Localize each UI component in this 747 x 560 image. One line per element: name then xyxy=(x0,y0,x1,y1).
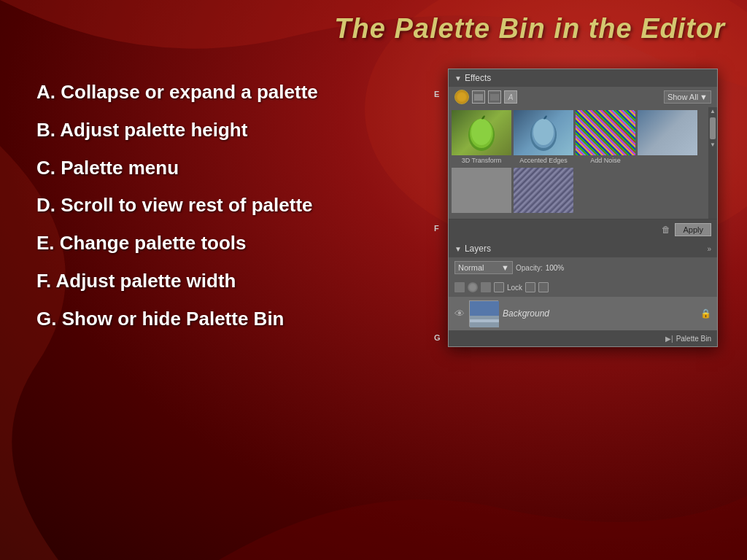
layer-lock-icon-1[interactable] xyxy=(525,282,535,292)
svg-point-6 xyxy=(533,119,554,145)
list-item-b-text: B. Adjust palette height xyxy=(36,119,247,141)
layer-tool-4[interactable] xyxy=(494,282,504,292)
effects-label: Effects xyxy=(465,73,491,83)
svg-rect-7 xyxy=(580,113,631,153)
effects-tool-icon-4[interactable]: A xyxy=(504,90,517,104)
apply-bar: 🗑 Apply xyxy=(449,219,717,240)
list-item-a: A. Collapse or expand a palette xyxy=(36,80,430,105)
content-area: A. Collapse or expand a palette B. Adjus… xyxy=(36,80,725,531)
blend-mode-value: Normal xyxy=(458,263,484,272)
effect-thumb-r1 xyxy=(638,110,697,155)
side-label-e: E xyxy=(434,90,439,98)
effects-scrollbar[interactable]: ▲ ▼ xyxy=(708,107,717,219)
effect-thumb-r2 xyxy=(452,168,511,213)
bottom-bar: ▶| Palette Bin xyxy=(449,330,717,346)
effects-collapse-arrow[interactable]: ▼ xyxy=(454,74,462,82)
effects-header: ▼ Effects xyxy=(449,69,717,87)
dropdown-arrow: ▼ xyxy=(700,93,708,101)
show-all-label: Show All xyxy=(667,93,698,101)
effect-item-r1[interactable] xyxy=(638,110,697,166)
svg-rect-8 xyxy=(580,113,631,153)
svg-point-3 xyxy=(471,119,492,145)
effect-item-accented[interactable]: Accented Edges xyxy=(514,110,573,166)
layer-tool-2[interactable] xyxy=(468,282,478,292)
scroll-up-arrow[interactable]: ▲ xyxy=(710,109,716,114)
eye-icon[interactable]: 👁 xyxy=(454,308,465,319)
trash-icon[interactable]: 🗑 xyxy=(662,225,670,235)
effect-name-3dtransform: 3D Transform xyxy=(452,155,511,166)
slide-background: The Palette Bin in the Editor A. Collaps… xyxy=(0,0,747,560)
effect-item-addnoise[interactable]: Add Noise xyxy=(576,110,635,166)
layers-section: ▼ Layers » Normal ▼ Opacity: 100% xyxy=(449,240,717,330)
layer-name: Background xyxy=(503,308,696,319)
opacity-label: Opacity: xyxy=(516,264,543,272)
effects-tool-icon-2[interactable] xyxy=(472,90,485,104)
layer-row-background[interactable]: 👁 Background 🔒 xyxy=(449,297,717,330)
effect-thumb-accented xyxy=(514,110,573,155)
list-item-g: G. Show or hide Palette Bin xyxy=(36,307,430,332)
list-item-c-text: C. Palette menu xyxy=(36,157,179,179)
list-item-g-text: G. Show or hide Palette Bin xyxy=(36,308,285,330)
list-item-f-text: F. Adjust palette width xyxy=(36,270,236,292)
svg-rect-11 xyxy=(470,319,499,322)
palette-bin-label: Palette Bin xyxy=(676,335,711,343)
ui-panel: ▼ Effects E xyxy=(448,69,718,347)
title-area: The Palette Bin in the Editor xyxy=(334,13,725,44)
list-section: A. Collapse or expand a palette B. Adjus… xyxy=(36,80,430,345)
layers-expand[interactable]: » xyxy=(707,245,711,253)
layer-thumbnail xyxy=(469,300,498,327)
layers-title: Layers xyxy=(465,244,491,254)
layers-header: ▼ Layers » xyxy=(449,240,717,257)
layer-tool-3[interactable] xyxy=(481,282,491,292)
effects-toolbar: A Show All ▼ xyxy=(449,87,717,107)
layer-tools-row: Lock xyxy=(449,278,717,297)
layer-lock-icon: 🔒 xyxy=(700,308,711,319)
effect-thumb-addnoise xyxy=(576,110,635,155)
opacity-value: 100% xyxy=(546,264,565,272)
blend-dropdown-arrow: ▼ xyxy=(501,263,509,272)
effect-name-r3 xyxy=(514,213,573,216)
layer-lock-icon-2[interactable] xyxy=(538,282,549,292)
effects-section: ▼ Effects E xyxy=(449,69,717,219)
effect-name-r1 xyxy=(638,155,697,158)
effect-item-r2[interactable] xyxy=(452,168,511,216)
effects-grid: 3D Transform xyxy=(449,107,708,219)
lock-label: Lock xyxy=(507,284,522,292)
list-item-b: B. Adjust palette height xyxy=(36,118,430,143)
layers-collapse-arrow[interactable]: ▼ xyxy=(454,245,462,253)
list-item-d-text: D. Scroll to view rest of palette xyxy=(36,194,313,216)
show-all-dropdown[interactable]: Show All ▼ xyxy=(664,90,711,104)
slide-title: The Palette Bin in the Editor xyxy=(334,13,725,44)
list-item-e-text: E. Change palette tools xyxy=(36,232,247,254)
list-item-d: D. Scroll to view rest of palette xyxy=(36,193,430,218)
list-item-c: C. Palette menu xyxy=(36,156,430,181)
layer-tool-1[interactable] xyxy=(454,282,465,292)
effect-name-accented: Accented Edges xyxy=(514,155,573,166)
expand-icon[interactable]: ▶| xyxy=(665,335,673,343)
effect-item-3dtransform[interactable]: 3D Transform xyxy=(452,110,511,166)
apply-button[interactable]: Apply xyxy=(675,223,711,236)
list-item-e: E. Change palette tools xyxy=(36,231,430,256)
effect-item-r3[interactable] xyxy=(514,168,573,216)
side-label-f: F xyxy=(434,224,439,233)
list-item-f: F. Adjust palette width xyxy=(36,269,430,294)
scroll-down-arrow[interactable]: ▼ xyxy=(710,142,716,148)
side-label-g: G xyxy=(434,333,441,342)
effect-thumb-3dtransform xyxy=(452,110,511,155)
effect-name-r2 xyxy=(452,213,511,216)
effect-name-addnoise: Add Noise xyxy=(576,155,635,166)
blend-mode-dropdown[interactable]: Normal ▼ xyxy=(454,261,513,274)
effects-tool-icon-3[interactable] xyxy=(488,90,501,104)
list-item-a-text: A. Collapse or expand a palette xyxy=(36,81,318,103)
scroll-thumb[interactable] xyxy=(710,117,716,139)
layers-blend-row: Normal ▼ Opacity: 100% xyxy=(449,257,717,278)
effect-thumb-r3 xyxy=(514,168,573,213)
effects-tool-icon-1[interactable] xyxy=(454,90,469,104)
